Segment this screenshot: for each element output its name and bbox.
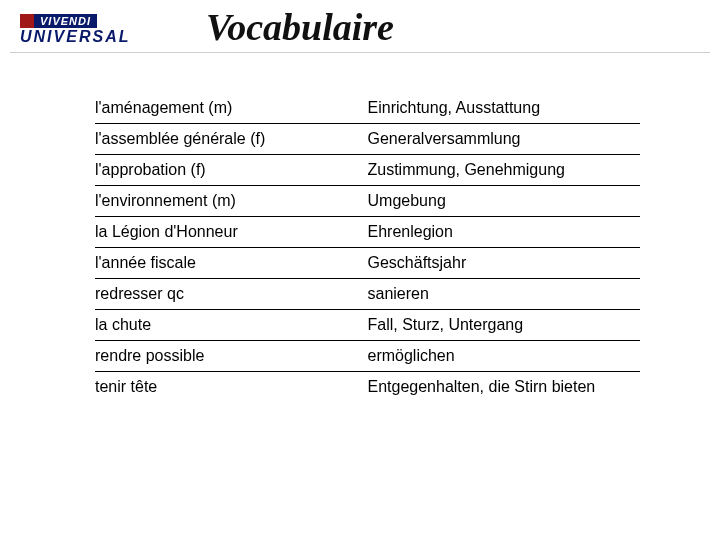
vocab-tbody: l'aménagement (m) Einrichtung, Ausstattu… [95, 93, 640, 402]
logo-line2-text: UNIVERSAL [20, 28, 130, 46]
de-term: Fall, Sturz, Untergang [368, 310, 641, 341]
table-row: l'assemblée générale (f) Generalversamml… [95, 124, 640, 155]
page-title: Vocabulaire [206, 8, 394, 50]
logo: VIVENDI UNIVERSAL [20, 11, 180, 47]
fr-term: l'approbation (f) [95, 155, 368, 186]
de-term: ermöglichen [368, 341, 641, 372]
table-row: l'environnement (m) Umgebung [95, 186, 640, 217]
table-row: la Légion d'Honneur Ehrenlegion [95, 217, 640, 248]
de-term: Einrichtung, Ausstattung [368, 93, 641, 124]
fr-term: redresser qc [95, 279, 368, 310]
fr-term: rendre possible [95, 341, 368, 372]
header: VIVENDI UNIVERSAL Vocabulaire [10, 0, 710, 53]
table-row: redresser qc sanieren [95, 279, 640, 310]
de-term: Ehrenlegion [368, 217, 641, 248]
logo-line1-text: VIVENDI [34, 14, 97, 28]
table-row: l'année fiscale Geschäftsjahr [95, 248, 640, 279]
table-row: la chute Fall, Sturz, Untergang [95, 310, 640, 341]
fr-term: l'assemblée générale (f) [95, 124, 368, 155]
de-term: Geschäftsjahr [368, 248, 641, 279]
fr-term: la Légion d'Honneur [95, 217, 368, 248]
fr-term: la chute [95, 310, 368, 341]
de-term: Umgebung [368, 186, 641, 217]
slide: VIVENDI UNIVERSAL Vocabulaire l'aménagem… [0, 0, 720, 540]
fr-term: l'environnement (m) [95, 186, 368, 217]
table-row: l'approbation (f) Zustimmung, Genehmigun… [95, 155, 640, 186]
table-row: tenir tête Entgegenhalten, die Stirn bie… [95, 372, 640, 403]
content: l'aménagement (m) Einrichtung, Ausstattu… [0, 53, 720, 402]
fr-term: l'aménagement (m) [95, 93, 368, 124]
vocab-table: l'aménagement (m) Einrichtung, Ausstattu… [95, 93, 640, 402]
de-term: Entgegenhalten, die Stirn bieten [368, 372, 641, 403]
de-term: Generalversammlung [368, 124, 641, 155]
de-term: sanieren [368, 279, 641, 310]
fr-term: tenir tête [95, 372, 368, 403]
de-term: Zustimmung, Genehmigung [368, 155, 641, 186]
logo-line1: VIVENDI [20, 14, 120, 28]
table-row: rendre possible ermöglichen [95, 341, 640, 372]
fr-term: l'année fiscale [95, 248, 368, 279]
table-row: l'aménagement (m) Einrichtung, Ausstattu… [95, 93, 640, 124]
logo-accent [20, 14, 34, 28]
